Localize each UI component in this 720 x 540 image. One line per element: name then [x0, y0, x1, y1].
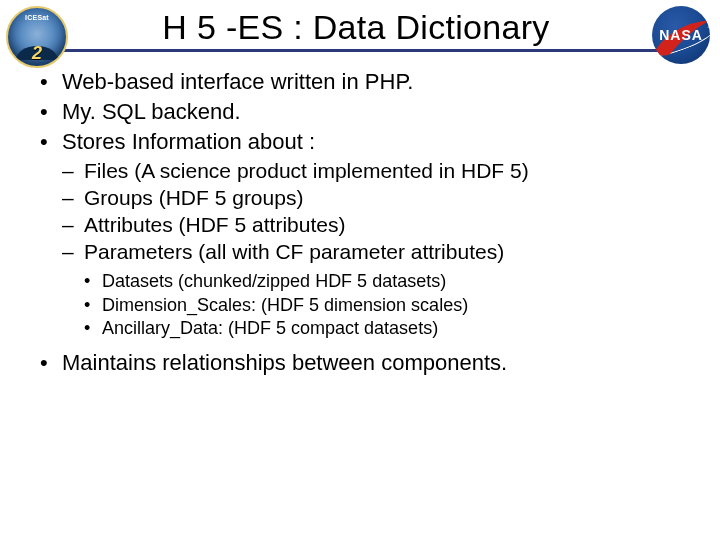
dash-item: Parameters (all with CF parameter attrib…	[62, 239, 696, 266]
icesat2-label: ICESat	[25, 14, 49, 21]
nasa-meatball: NASA	[652, 6, 710, 64]
icesat2-logo: ICESat 2	[6, 6, 68, 68]
dash-item: Groups (HDF 5 groups)	[62, 185, 696, 212]
nasa-logo: NASA	[652, 6, 710, 64]
bullet-list: Web-based interface written in PHP. My. …	[40, 68, 696, 156]
sub-bullet-item: Ancillary_Data: (HDF 5 compact datasets)	[84, 317, 696, 341]
bullet-item: Web-based interface written in PHP.	[40, 68, 696, 96]
dash-list: Files (A science product implemented in …	[62, 158, 696, 266]
bullet-item: My. SQL backend.	[40, 98, 696, 126]
dash-item: Attributes (HDF 5 attributes)	[62, 212, 696, 239]
sub-bullet-item: Datasets (chunked/zipped HDF 5 datasets)	[84, 270, 696, 294]
icesat2-badge: ICESat 2	[6, 6, 68, 68]
bullet-list-tail: Maintains relationships between componen…	[40, 349, 696, 377]
slide-title: H 5 -ES : Data Dictionary	[162, 8, 549, 49]
bullet-item: Stores Information about :	[40, 128, 696, 156]
sub-bullet-item: Dimension_Scales: (HDF 5 dimension scale…	[84, 294, 696, 318]
sub-bullet-list: Datasets (chunked/zipped HDF 5 datasets)…	[84, 270, 696, 341]
icesat2-number: 2	[32, 43, 42, 64]
bullet-item: Maintains relationships between componen…	[40, 349, 696, 377]
nasa-wordmark: NASA	[659, 27, 703, 43]
dash-item: Files (A science product implemented in …	[62, 158, 696, 185]
title-wrap: H 5 -ES : Data Dictionary	[6, 8, 706, 49]
header: ICESat 2 H 5 -ES : Data Dictionary NASA	[0, 0, 720, 49]
slide-content: Web-based interface written in PHP. My. …	[0, 52, 720, 377]
